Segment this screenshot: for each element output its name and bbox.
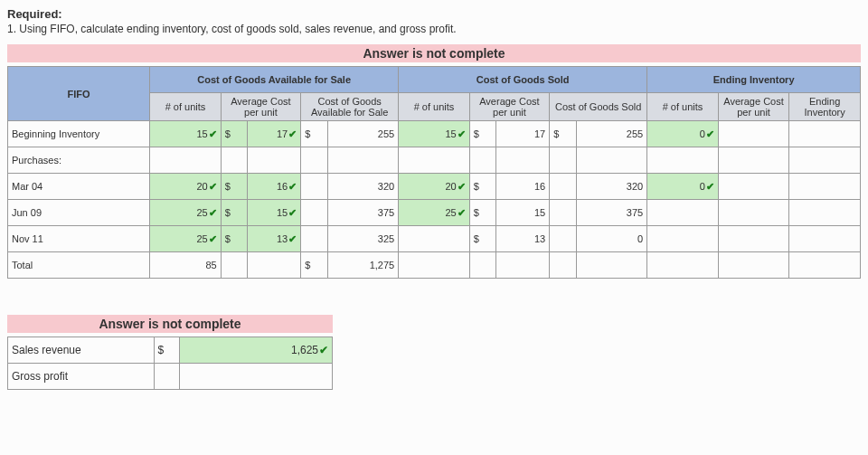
total-a-units: 85 <box>150 252 222 279</box>
beg-a-cur1: $ <box>221 121 247 147</box>
label-jun: Jun 09 <box>8 200 150 226</box>
row-beginning: Beginning Inventory 15✔ $ 17✔ $ 255 15✔ … <box>8 121 861 147</box>
mar-c-cur2 <box>550 174 576 200</box>
sales-cur: $ <box>154 337 180 364</box>
check-icon: ✔ <box>288 207 297 219</box>
check-icon: ✔ <box>706 181 714 193</box>
mar-c-cur1: $ <box>469 174 495 200</box>
label-mar: Mar 04 <box>8 174 150 200</box>
jun-a-val: 375 <box>327 200 399 226</box>
jun-c-avg: 15 <box>496 200 550 226</box>
beg-e-val <box>789 121 861 147</box>
mar-a-val: 320 <box>327 174 399 200</box>
label-beg: Beginning Inventory <box>8 121 150 147</box>
sub-units-a: # of units <box>150 93 222 121</box>
jun-e-units[interactable] <box>647 200 719 226</box>
mar-c-units[interactable]: 20✔ <box>399 174 470 200</box>
sub-val-e: Ending Inventory <box>789 93 861 121</box>
beg-a-units[interactable]: 15✔ <box>150 121 222 147</box>
beg-c-cur1: $ <box>469 121 495 147</box>
gp-label: Gross profit <box>8 364 155 390</box>
beg-e-units[interactable]: 0✔ <box>647 121 719 147</box>
mar-a-units[interactable]: 20✔ <box>150 174 222 200</box>
check-icon: ✔ <box>458 181 466 193</box>
fifo-table: FIFO Cost of Goods Available for Sale Co… <box>7 66 861 279</box>
beg-a-val: 255 <box>327 121 399 147</box>
hdr-cogas: Cost of Goods Available for Sale <box>150 67 399 93</box>
jun-c-units[interactable]: 25✔ <box>399 200 470 226</box>
nov-a-units[interactable]: 25✔ <box>150 226 222 252</box>
mar-a-avg[interactable]: 16✔ <box>248 174 301 200</box>
sub-val-a: Cost of Goods Available for Sale <box>301 93 399 121</box>
check-icon: ✔ <box>209 207 217 219</box>
beg-a-avg[interactable]: 17✔ <box>248 121 301 147</box>
gp-val[interactable] <box>180 364 333 390</box>
sub-avg-c: Average Cost per unit <box>469 93 549 121</box>
hdr-ei: Ending Inventory <box>647 67 861 93</box>
beg-e-avg[interactable] <box>718 121 789 147</box>
row-nov11: Nov 11 25✔ $ 13✔ 325 $ 13 0 <box>8 226 861 252</box>
nov-c-cur2 <box>550 226 576 252</box>
nov-c-cur1: $ <box>469 226 495 252</box>
incomplete-banner-small: Answer is not complete <box>7 315 333 333</box>
check-icon: ✔ <box>288 181 297 193</box>
row-jun09: Jun 09 25✔ $ 15✔ 375 25✔ $ 15 375 <box>8 200 861 226</box>
beg-c-units[interactable]: 15✔ <box>399 121 470 147</box>
jun-c-cur2 <box>550 200 576 226</box>
nov-a-cur2 <box>301 226 327 252</box>
check-icon: ✔ <box>319 344 328 356</box>
check-icon: ✔ <box>458 128 466 140</box>
label-purch: Purchases: <box>8 147 150 174</box>
nov-e-val <box>789 226 861 252</box>
label-nov: Nov 11 <box>8 226 150 252</box>
jun-a-cur2 <box>301 200 327 226</box>
jun-c-cur1: $ <box>469 200 495 226</box>
summary-table: Sales revenue $ 1,625✔ Gross profit <box>7 337 333 390</box>
check-icon: ✔ <box>458 207 466 219</box>
nov-e-units[interactable] <box>647 226 719 252</box>
row-total: Total 85 $ 1,275 <box>8 252 861 279</box>
sales-val[interactable]: 1,625✔ <box>180 337 333 364</box>
mar-a-cur1: $ <box>221 174 247 200</box>
beg-a-cur2: $ <box>301 121 327 147</box>
nov-c-units[interactable] <box>399 226 470 252</box>
jun-e-val <box>789 200 861 226</box>
row-mar04: Mar 04 20✔ $ 16✔ 320 20✔ $ 16 320 0✔ <box>8 174 861 200</box>
jun-c-val: 375 <box>576 200 647 226</box>
sub-avg-a: Average Cost per unit <box>221 93 300 121</box>
jun-a-avg[interactable]: 15✔ <box>248 200 301 226</box>
sub-val-c: Cost of Goods Sold <box>550 93 647 121</box>
jun-a-units[interactable]: 25✔ <box>150 200 222 226</box>
nov-a-cur1: $ <box>221 226 247 252</box>
nov-e-avg[interactable] <box>718 226 789 252</box>
total-a-cur2: $ <box>301 252 327 279</box>
check-icon: ✔ <box>209 233 217 245</box>
header-row-1: FIFO Cost of Goods Available for Sale Co… <box>8 67 861 93</box>
check-icon: ✔ <box>209 181 217 193</box>
jun-e-avg[interactable] <box>718 200 789 226</box>
check-icon: ✔ <box>288 128 297 140</box>
mar-c-val: 320 <box>576 174 647 200</box>
sales-label: Sales revenue <box>8 337 155 364</box>
mar-e-avg[interactable] <box>718 174 789 200</box>
nov-a-val: 325 <box>327 226 399 252</box>
nov-c-avg: 13 <box>496 226 550 252</box>
check-icon: ✔ <box>209 128 217 140</box>
hdr-fifo: FIFO <box>8 67 150 121</box>
nov-a-avg[interactable]: 13✔ <box>248 226 301 252</box>
mar-e-val <box>789 174 861 200</box>
total-a-val: 1,275 <box>327 252 399 279</box>
incomplete-banner-main: Answer is not complete <box>7 44 861 62</box>
sub-avg-e: Average Cost per unit <box>718 93 789 121</box>
required-label: Required: <box>7 7 861 21</box>
required-text: 1. Using FIFO, calculate ending inventor… <box>7 23 861 35</box>
check-icon: ✔ <box>706 128 714 140</box>
jun-a-cur1: $ <box>221 200 247 226</box>
row-sales: Sales revenue $ 1,625✔ <box>8 337 333 364</box>
sub-units-e: # of units <box>647 93 719 121</box>
beg-c-val: 255 <box>576 121 647 147</box>
mar-e-units[interactable]: 0✔ <box>647 174 719 200</box>
label-total: Total <box>8 252 150 279</box>
hdr-cogs: Cost of Goods Sold <box>399 67 647 93</box>
beg-c-avg: 17 <box>496 121 550 147</box>
